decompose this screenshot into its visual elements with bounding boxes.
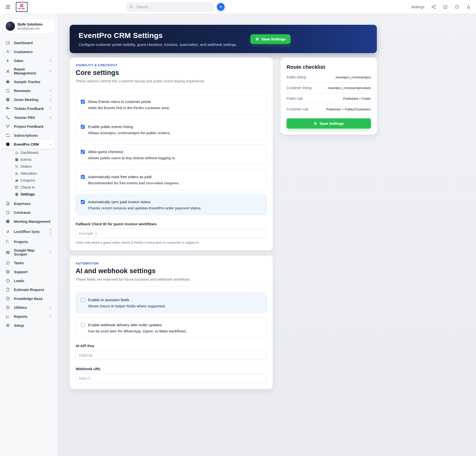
submenu-item-check-in[interactable]: Check-in bbox=[2, 184, 55, 191]
mark-free-orders-paid-checkbox[interactable] bbox=[81, 175, 85, 179]
sidebar-item-utilities[interactable]: Utilities bbox=[2, 303, 55, 312]
quick-add-button[interactable] bbox=[217, 3, 225, 11]
option-mark-free-orders-paid[interactable]: Automatically mark free orders as paid R… bbox=[76, 169, 267, 190]
sales-bolt-icon bbox=[5, 58, 10, 63]
option-enable-ai-assistant[interactable]: Enable AI assistant fields Shows future … bbox=[76, 293, 267, 313]
brand-logo[interactable]: BY8E bbox=[16, 2, 28, 12]
sidebar-item-projects[interactable]: Projects bbox=[2, 237, 55, 246]
sidebar-item-renewals[interactable]: Renewals bbox=[2, 86, 55, 95]
sidebar-item-eventpro-crm[interactable]: EventPro CRM bbox=[2, 140, 55, 149]
fallback-client-id-input[interactable] bbox=[76, 229, 267, 238]
sidebar-item-tickets-feedback[interactable]: Tickets Feedback bbox=[2, 104, 55, 113]
route-row-customer-listing: Customer listing /eventpro_crm/eventproc… bbox=[287, 83, 371, 93]
public-events-listing-checkbox[interactable] bbox=[81, 125, 85, 129]
chevron-left-icon bbox=[49, 89, 52, 92]
section-title: Core settings bbox=[76, 69, 267, 77]
sidebar-item-customers[interactable]: Customers bbox=[2, 47, 55, 56]
sidebar-item-contracts[interactable]: Contracts bbox=[2, 208, 55, 217]
calendar-icon bbox=[15, 158, 19, 162]
sidebar-item-support[interactable]: Support bbox=[2, 267, 55, 276]
sync-paid-invoice-checkbox[interactable] bbox=[81, 200, 85, 204]
sidebar-item-tasks[interactable]: Tasks bbox=[2, 259, 55, 267]
chevron-left-icon bbox=[49, 70, 52, 73]
sidebar-item-project-feedback[interactable]: Project Feedback bbox=[2, 122, 55, 131]
enable-webhook-delivery-checkbox[interactable] bbox=[81, 323, 85, 327]
option-public-events-listing[interactable]: Enable public events listing Allows /eve… bbox=[76, 119, 267, 140]
chevron-down-icon bbox=[49, 143, 52, 146]
option-sync-paid-invoice-status[interactable]: Automatically sync paid invoice status C… bbox=[76, 195, 267, 215]
main-area: EventPro CRM Settings Configure customer… bbox=[58, 14, 476, 456]
subscriptions-sync-icon bbox=[5, 133, 10, 138]
submenu-item-settings[interactable]: Settings bbox=[2, 191, 55, 198]
share-icon[interactable] bbox=[431, 4, 436, 9]
route-label: Public rule bbox=[287, 97, 303, 100]
sidebar-item-label: Setup bbox=[14, 324, 24, 327]
submenu-item-events[interactable]: Events bbox=[2, 156, 55, 163]
option-label: Enable public events listing bbox=[88, 124, 171, 129]
renewals-sync-icon bbox=[5, 88, 10, 93]
chevron-left-icon bbox=[49, 315, 52, 318]
check-square-icon[interactable] bbox=[443, 4, 448, 9]
sidebar-item-subscriptions[interactable]: Subscriptions bbox=[2, 131, 55, 140]
sidebar-item-label: Contracts bbox=[14, 211, 31, 215]
section-description: These options control the customer-facin… bbox=[76, 79, 267, 83]
show-events-menu-checkbox[interactable] bbox=[81, 100, 85, 104]
sidebar-item-sample-tracker[interactable]: Sample Tracker bbox=[2, 77, 55, 86]
option-show-events-menu[interactable]: Show Events menu in customer portal Adds… bbox=[76, 94, 267, 115]
sidebar-item-label: Tasks bbox=[14, 261, 24, 265]
global-search[interactable] bbox=[126, 2, 213, 11]
sidebar-item-google-map-scraper[interactable]: Google Map Scraper bbox=[2, 246, 55, 258]
submenu-item-label: Events bbox=[21, 158, 31, 162]
route-value: /eventpro_crm/eventproclient bbox=[328, 86, 371, 90]
sidebar-item-zoom-meeting[interactable]: Zoom Meeting bbox=[2, 95, 55, 104]
core-settings-card: VISIBILITY & CHECKOUT Core settings Thes… bbox=[70, 58, 273, 250]
bell-icon[interactable] bbox=[466, 4, 471, 9]
sidebar-item-label: Leads bbox=[14, 279, 24, 283]
dot-circle-icon bbox=[5, 305, 10, 310]
sidebar-item-estimate-request[interactable]: Estimate Request bbox=[2, 285, 55, 294]
sidebar-item-label: Sample Tracker bbox=[14, 80, 40, 84]
ai-api-key-input[interactable] bbox=[76, 351, 267, 360]
sidebar-item-sales[interactable]: Sales bbox=[2, 56, 55, 65]
sidebar-item-leads[interactable]: Leads bbox=[2, 276, 55, 285]
profile-email: test@gmail.com bbox=[18, 27, 43, 30]
cart-icon bbox=[15, 164, 19, 169]
save-settings-button[interactable]: Save Settings bbox=[250, 34, 291, 44]
sidebar-item-knowledge-base[interactable]: Knowledge Base bbox=[2, 294, 55, 303]
sidebar-item-label: Project Feedback bbox=[14, 125, 44, 129]
sidebar-item-meeting-management[interactable]: Meeting Management bbox=[2, 217, 55, 226]
sidebar-item-lexoffice-sync[interactable]: LexOffice Sync bbox=[2, 226, 55, 237]
sidebar-item-label: Customers bbox=[14, 50, 33, 54]
chevron-group bbox=[49, 228, 52, 235]
phone-icon bbox=[5, 115, 10, 120]
submenu-item-label: Dashboard bbox=[21, 151, 38, 155]
webhook-url-input[interactable] bbox=[76, 374, 267, 383]
profile-card[interactable]: By8e Solutions test@gmail.com bbox=[2, 19, 55, 33]
sidebar: By8e Solutions test@gmail.com Dashboard … bbox=[0, 14, 58, 456]
option-guest-checkout[interactable]: Allow guest checkout Allows public users… bbox=[76, 144, 267, 165]
sidebar-item-reports[interactable]: Reports bbox=[2, 312, 55, 321]
submenu-item-coupons[interactable]: Coupons bbox=[2, 177, 55, 184]
topbar-settings-link[interactable]: Settings bbox=[411, 5, 424, 9]
sidebar-item-repair-management[interactable]: Repair Management bbox=[2, 65, 55, 77]
sidebar-item-yeastar-pbx[interactable]: Yeastar PBX bbox=[2, 113, 55, 122]
submenu-item-dashboard[interactable]: Dashboard bbox=[2, 149, 55, 156]
gear-icon bbox=[15, 192, 19, 196]
sidebar-item-expenses[interactable]: Expenses bbox=[2, 199, 55, 208]
divider bbox=[76, 286, 267, 287]
option-enable-webhook-delivery[interactable]: Enable webhook delivery after order upda… bbox=[76, 318, 267, 338]
option-help: Recommended for free events and zero-val… bbox=[88, 181, 179, 185]
save-settings-button-sidebar[interactable]: Save Settings bbox=[287, 118, 371, 129]
search-input[interactable] bbox=[136, 5, 210, 9]
submenu-item-attendees[interactable]: Attendees bbox=[2, 170, 55, 177]
clock-icon[interactable] bbox=[454, 4, 459, 9]
hamburger-icon[interactable] bbox=[5, 4, 11, 10]
guest-checkout-checkbox[interactable] bbox=[81, 150, 85, 154]
submenu-item-orders[interactable]: Orders bbox=[2, 163, 55, 170]
option-label: Allow guest checkout bbox=[88, 149, 176, 154]
enable-ai-assistant-checkbox[interactable] bbox=[81, 298, 85, 302]
sidebar-item-setup[interactable]: Setup bbox=[2, 321, 55, 330]
users-icon bbox=[15, 171, 19, 176]
automation-settings-card: AUTOMATION AI and webhook settings These… bbox=[70, 256, 273, 389]
sidebar-item-dashboard[interactable]: Dashboard bbox=[2, 38, 55, 47]
